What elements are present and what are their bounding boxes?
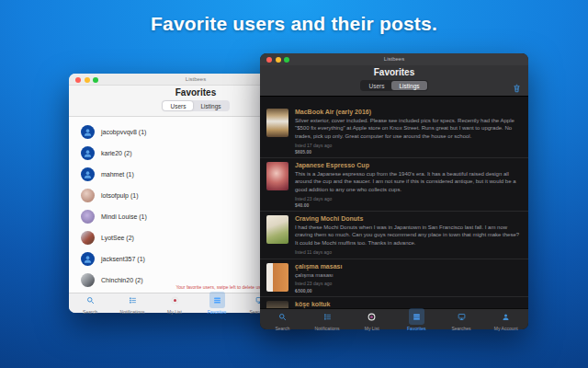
avatar	[81, 167, 95, 181]
users-listings-segmented-control: Users Listings	[360, 80, 427, 91]
user-name: lotsofpulp (1)	[101, 192, 138, 199]
listing-row[interactable]: köşe koltuk köşe koltuk listed 23 days a…	[260, 297, 528, 308]
user-name: jacobpvvqv8 (1)	[101, 129, 146, 135]
window-title: Listbees	[260, 53, 528, 65]
listing-row[interactable]: çalışma masası çalışma masası listed 23 …	[260, 259, 528, 297]
listing-row[interactable]: Craving Mochi Donuts I had these Mochi D…	[260, 212, 528, 259]
user-name: jacksent357 (1)	[101, 256, 145, 262]
minimize-button[interactable]	[276, 57, 281, 63]
my-account-icon	[502, 308, 510, 325]
search-icon	[86, 292, 95, 308]
user-name: mahmet (1)	[101, 171, 134, 178]
searches-icon	[458, 308, 466, 325]
listing-description: This is a Japanese espresso cup from the…	[295, 170, 522, 194]
listing-row[interactable]: MacBook Air (early 2016) Silver exterior…	[260, 105, 528, 158]
close-button[interactable]	[75, 77, 81, 83]
user-name: LyotSee (2)	[101, 235, 134, 241]
search-icon	[278, 308, 287, 325]
listing-age: listed 11 days ago	[295, 249, 522, 255]
avatar	[81, 146, 95, 160]
front-window: Listbees Favorites Users Listings MacBoo…	[260, 53, 528, 329]
segment-users[interactable]: Users	[361, 81, 391, 90]
listing-description: Silver exterior, cover included. Please …	[295, 117, 522, 141]
front-window-titlebar: Listbees	[260, 53, 528, 65]
listing-title: MacBook Air (early 2016)	[295, 109, 522, 115]
trash-icon[interactable]	[513, 80, 521, 97]
listing-thumbnail	[266, 162, 288, 190]
avatar	[81, 189, 95, 202]
listing-title: Japanese Espresso Cup	[295, 162, 522, 168]
tab-search[interactable]: Search	[260, 309, 305, 329]
listing-thumbnail	[266, 215, 288, 244]
user-name: karie20 (2)	[101, 150, 131, 156]
notifications-icon	[129, 292, 137, 308]
page-title: Favorite users and their posts.	[0, 13, 588, 35]
front-window-header: Favorites Users Listings	[260, 65, 528, 97]
segment-listings[interactable]: Listings	[391, 81, 426, 90]
users-listings-segmented-control: Users Listings	[162, 100, 229, 111]
listing-age: listed 23 days ago	[295, 196, 522, 201]
tab-searches[interactable]: Searches	[439, 309, 484, 329]
avatar	[81, 125, 95, 139]
listing-title: köşe koltuk	[295, 301, 522, 307]
listing-title: Craving Mochi Donuts	[295, 215, 522, 222]
listing-thumbnail	[266, 263, 288, 292]
listing-row[interactable]: Japanese Espresso Cup This is a Japanese…	[260, 158, 528, 212]
tab-search[interactable]: Search	[69, 293, 111, 313]
tab-favorites[interactable]: Favorites	[394, 309, 439, 329]
my-list-icon	[171, 292, 179, 308]
favorites-icon	[409, 308, 424, 325]
tab-notifications[interactable]: Notifications	[111, 293, 153, 313]
page-heading: Favorites	[260, 65, 528, 77]
listing-thumbnail	[266, 109, 288, 137]
listing-age: listed 17 days ago	[295, 143, 522, 148]
listing-price: $40.00	[295, 202, 522, 208]
listing-price: $605.00	[295, 149, 522, 155]
listing-age: listed 23 days ago	[295, 281, 522, 286]
tab-my-list[interactable]: My List	[349, 309, 394, 329]
zoom-button[interactable]	[93, 77, 98, 83]
avatar	[81, 252, 95, 266]
minimize-button[interactable]	[85, 77, 90, 83]
my-list-icon	[368, 308, 376, 325]
tab-notifications[interactable]: Notifications	[305, 309, 350, 329]
favorites-icon	[209, 292, 225, 308]
tab-my-list[interactable]: My List	[153, 293, 196, 313]
listing-title: çalışma masası	[295, 263, 522, 270]
listing-price: ₺500,00	[295, 288, 522, 293]
user-name: Chinchin20 (2)	[101, 277, 143, 283]
segment-users[interactable]: Users	[163, 101, 193, 110]
listing-description: I had these Mochi Donuts when I was in J…	[295, 224, 522, 247]
zoom-button[interactable]	[284, 57, 289, 63]
avatar	[81, 273, 95, 287]
listing-description: çalışma masası	[295, 271, 522, 280]
segment-listings[interactable]: Listings	[193, 101, 228, 110]
avatar	[81, 231, 95, 245]
tab-my-account[interactable]: My Account	[483, 309, 528, 329]
avatar	[81, 210, 95, 224]
user-name: Mindi Louise (1)	[101, 213, 147, 220]
front-window-tabbar: Search Notifications My List Favorites S…	[260, 308, 528, 329]
tab-favorites[interactable]: Favorites	[196, 293, 238, 313]
notifications-icon	[323, 308, 332, 325]
favorite-listings-list: MacBook Air (early 2016) Silver exterior…	[260, 105, 528, 308]
close-button[interactable]	[266, 57, 272, 63]
